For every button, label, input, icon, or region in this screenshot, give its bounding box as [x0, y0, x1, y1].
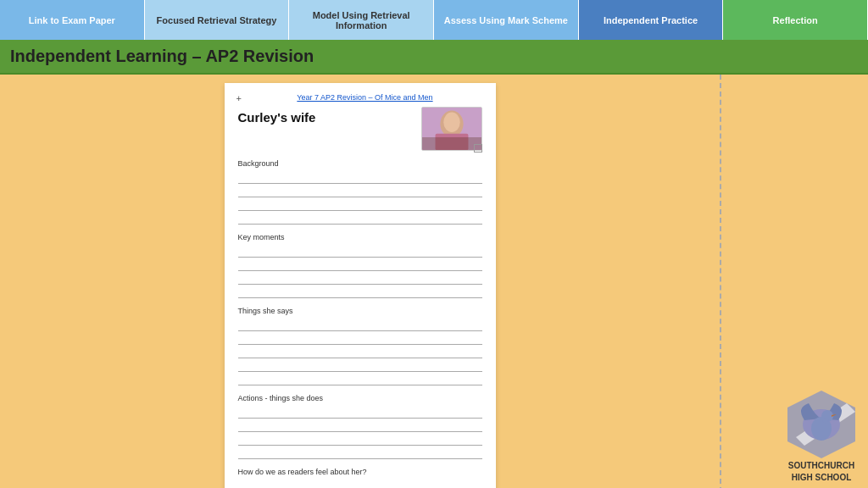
- dashed-divider: [720, 75, 721, 488]
- answer-lines-key-moments: [238, 244, 482, 298]
- answer-lines-actions: [238, 405, 482, 459]
- section-actions: Actions - things she does: [238, 394, 482, 459]
- svg-rect-2: [435, 134, 468, 150]
- section-how-readers-feel: How do we as readers feel about her?: [238, 468, 482, 488]
- worksheet-header: Year 7 AP2 Revision – Of Mice and Men: [238, 93, 482, 102]
- nav-reflection[interactable]: Reflection: [723, 0, 868, 40]
- answer-lines-background: [238, 170, 482, 225]
- answer-lines-how-readers-feel: [238, 479, 482, 488]
- nav-link-exam[interactable]: Link to Exam Paper: [0, 0, 145, 40]
- nav-model-retrieval[interactable]: Model Using Retrieval Information: [289, 0, 434, 40]
- navigation-bar: Link to Exam Paper Focused Retrieval Str…: [0, 0, 868, 40]
- right-panel: SOUTHCHURCH HIGH SCHOOL: [720, 75, 868, 488]
- expand-icon[interactable]: +: [236, 93, 242, 103]
- section-background: Background: [238, 159, 482, 225]
- school-logo: [783, 386, 860, 458]
- nav-focused-retrieval[interactable]: Focused Retrieval Strategy: [145, 0, 290, 40]
- left-panel: + Year 7 AP2 Revision – Of Mice and Men …: [0, 75, 720, 488]
- worksheet-subject-row: Curley's wife: [238, 107, 482, 151]
- worksheet-subject: Curley's wife: [238, 107, 421, 125]
- school-name: SOUTHCHURCH HIGH SCHOOL: [788, 460, 854, 484]
- logo-container: SOUTHCHURCH HIGH SCHOOL: [783, 386, 860, 484]
- nav-assess-mark[interactable]: Assess Using Mark Scheme: [434, 0, 579, 40]
- section-things-she-says: Things she says: [238, 307, 482, 385]
- nav-independent-practice[interactable]: Independent Practice: [579, 0, 724, 40]
- worksheet: + Year 7 AP2 Revision – Of Mice and Men …: [225, 83, 496, 488]
- worksheet-title-link[interactable]: Year 7 AP2 Revision – Of Mice and Men: [255, 93, 476, 102]
- section-key-moments: Key moments: [238, 233, 482, 298]
- checkbox[interactable]: [474, 144, 482, 152]
- svg-point-3: [443, 113, 459, 132]
- answer-lines-things-she-says: [238, 318, 482, 385]
- main-content: + Year 7 AP2 Revision – Of Mice and Men …: [0, 75, 868, 488]
- page-title: Independent Learning – AP2 Revision: [0, 40, 868, 75]
